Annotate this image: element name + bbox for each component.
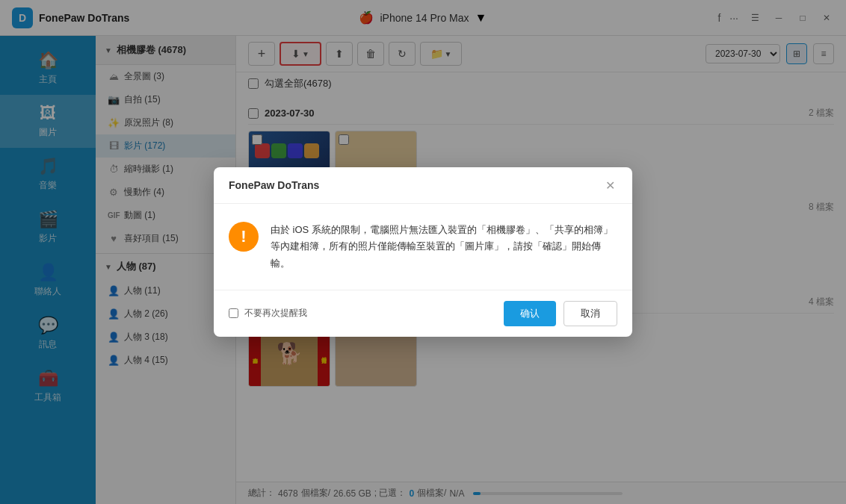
modal-message: 由於 iOS 系統的限制，電腦照片無法匯入裝置的「相機膠卷」、「共享的相簿」等內… — [271, 222, 617, 271]
modal-header: FonePaw DoTrans ✕ — [214, 167, 632, 204]
modal-close-button[interactable]: ✕ — [602, 178, 617, 193]
modal-actions: 确认 取消 — [504, 301, 617, 326]
modal-overlay: FonePaw DoTrans ✕ ! 由於 iOS 系統的限制，電腦照片無法匯… — [0, 0, 846, 504]
modal-title: FonePaw DoTrans — [229, 179, 319, 191]
cancel-button[interactable]: 取消 — [564, 301, 617, 326]
modal-dialog: FonePaw DoTrans ✕ ! 由於 iOS 系統的限制，電腦照片無法匯… — [214, 167, 632, 336]
dont-remind-text: 不要再次提醒我 — [244, 307, 307, 320]
dont-remind-checkbox[interactable] — [229, 308, 238, 318]
modal-body: ! 由於 iOS 系統的限制，電腦照片無法匯入裝置的「相機膠卷」、「共享的相簿」… — [214, 204, 632, 289]
warning-icon: ! — [229, 222, 259, 252]
dont-remind-label[interactable]: 不要再次提醒我 — [229, 307, 307, 320]
modal-footer: 不要再次提醒我 确认 取消 — [214, 290, 632, 337]
confirm-button[interactable]: 确认 — [504, 301, 556, 326]
